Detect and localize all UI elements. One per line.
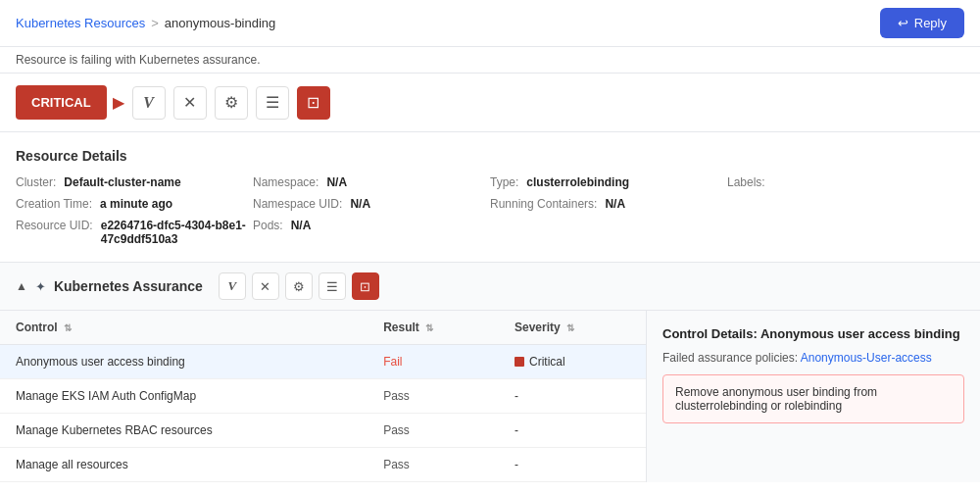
detail-col-4: Labels: bbox=[727, 175, 964, 246]
namespace-uid-row: Namespace UID: N/A bbox=[253, 197, 490, 211]
creation-value: a minute ago bbox=[100, 197, 172, 211]
running-row: Running Containers: N/A bbox=[490, 197, 727, 211]
result-cell: Pass bbox=[368, 448, 499, 482]
reply-label: Reply bbox=[914, 16, 947, 30]
assurance-icon-list-button[interactable]: ☰ bbox=[318, 272, 346, 300]
cluster-value: Default-cluster-name bbox=[64, 175, 180, 189]
table-row[interactable]: Anonymous user access bindingFailCritica… bbox=[0, 345, 646, 379]
icon-x-button[interactable]: ✕ bbox=[173, 86, 207, 120]
assurance-x-icon: ✕ bbox=[260, 279, 270, 294]
icon-list-button[interactable]: ☰ bbox=[256, 86, 289, 120]
severity-cell: - bbox=[499, 379, 646, 414]
resource-details-section: Resource Details Cluster: Default-cluste… bbox=[0, 132, 980, 263]
type-label: Type: bbox=[490, 175, 518, 189]
col-severity: Severity ⇅ bbox=[499, 311, 646, 345]
breadcrumb-current-page: anonymous-binding bbox=[165, 16, 275, 30]
result-cell: Pass bbox=[368, 379, 499, 414]
namespace-uid-label: Namespace UID: bbox=[253, 197, 342, 211]
result-cell: Fail bbox=[368, 345, 499, 379]
panel-box-text: Remove anonymous user binding from clust… bbox=[675, 385, 877, 413]
table-row[interactable]: Manage Kubernetes RBAC resourcesPass- bbox=[0, 414, 646, 448]
resource-details-title: Resource Details bbox=[16, 148, 964, 164]
assurance-v-icon: V bbox=[228, 278, 237, 294]
assurance-stop-icon: ⊡ bbox=[360, 279, 370, 294]
pods-label: Pods: bbox=[253, 219, 283, 232]
severity-label: Critical bbox=[529, 355, 565, 369]
control-cell: Manage EKS IAM Auth ConfigMap bbox=[0, 379, 368, 414]
type-value: clusterrolebinding bbox=[526, 175, 629, 189]
reply-button[interactable]: ↩ Reply bbox=[880, 8, 964, 38]
stop-icon: ⊡ bbox=[307, 93, 319, 112]
assurance-title: Kubernetes Assurance bbox=[54, 278, 203, 294]
assurance-header: ▲ ✦ Kubernetes Assurance V ✕ ⚙ ☰ ⊡ bbox=[0, 263, 980, 311]
breadcrumb-separator: > bbox=[151, 16, 159, 30]
col-severity-label: Severity bbox=[514, 321, 561, 334]
result-cell: Pass bbox=[368, 414, 499, 448]
critical-arrow-icon: ▶ bbox=[113, 93, 124, 112]
severity-cell: - bbox=[499, 414, 646, 448]
table-section: Control ⇅ Result ⇅ Severity ⇅ bbox=[0, 311, 980, 482]
col-control-sort-icon[interactable]: ⇅ bbox=[64, 322, 72, 333]
col-control-label: Control bbox=[16, 321, 58, 334]
uid-row: Resource UID: e2264716-dfc5-4304-b8e1-47… bbox=[16, 219, 253, 246]
details-grid: Cluster: Default-cluster-name Creation T… bbox=[16, 175, 964, 246]
control-cell: Manage Kubernetes RBAC resources bbox=[0, 414, 368, 448]
namespace-uid-value: N/A bbox=[350, 197, 370, 211]
table-row[interactable]: Manage all resourcesPass- bbox=[0, 448, 646, 482]
detail-col-2: Namespace: N/A Namespace UID: N/A Pods: … bbox=[253, 175, 490, 246]
severity-cell: Critical bbox=[499, 345, 646, 379]
col-result: Result ⇅ bbox=[368, 311, 499, 345]
reply-icon: ↩ bbox=[898, 16, 908, 30]
top-bar: Kubernetes Resources > anonymous-binding… bbox=[0, 0, 980, 47]
panel-remediation-box: Remove anonymous user binding from clust… bbox=[662, 374, 964, 423]
panel-title: Control Details: Anonymous user access b… bbox=[662, 326, 964, 341]
table-row[interactable]: Manage EKS IAM Auth ConfigMapPass- bbox=[0, 379, 646, 414]
panel-failed-text: Failed assurance policies: bbox=[662, 351, 798, 365]
namespace-value: N/A bbox=[326, 175, 347, 189]
table-header-row: Control ⇅ Result ⇅ Severity ⇅ bbox=[0, 311, 646, 345]
panel-failed-label: Failed assurance policies: Anonymous-Use… bbox=[662, 351, 964, 365]
critical-badge: CRITICAL bbox=[16, 85, 107, 120]
breadcrumb-kubernetes-resources[interactable]: Kubernetes Resources bbox=[16, 16, 145, 30]
uid-value: e2264716-dfc5-4304-b8e1-47c9ddf510a3 bbox=[101, 219, 253, 246]
controls-table-container: Control ⇅ Result ⇅ Severity ⇅ bbox=[0, 311, 647, 482]
col-severity-sort-icon[interactable]: ⇅ bbox=[566, 322, 574, 333]
v-icon: V bbox=[143, 94, 154, 112]
namespace-label: Namespace: bbox=[253, 175, 318, 189]
creation-label: Creation Time: bbox=[16, 197, 92, 211]
severity-bar: CRITICAL ▶ V ✕ ⚙ ☰ ⊡ bbox=[0, 74, 980, 132]
breadcrumb: Kubernetes Resources > anonymous-binding bbox=[16, 16, 275, 30]
type-row: Type: clusterrolebinding bbox=[490, 175, 727, 189]
assurance-icon-stop-button[interactable]: ⊡ bbox=[352, 272, 379, 300]
subtitle-text: Resource is failing with Kubernetes assu… bbox=[16, 53, 260, 67]
panel-policy-link[interactable]: Anonymous-User-access bbox=[801, 351, 932, 365]
creation-row: Creation Time: a minute ago bbox=[16, 197, 253, 211]
controls-table: Control ⇅ Result ⇅ Severity ⇅ bbox=[0, 311, 646, 482]
icon-v-button[interactable]: V bbox=[132, 86, 166, 120]
col-result-sort-icon[interactable]: ⇅ bbox=[425, 322, 433, 333]
assurance-icon-x-button[interactable]: ✕ bbox=[252, 272, 279, 300]
collapse-icon[interactable]: ▲ bbox=[16, 279, 27, 293]
pods-row: Pods: N/A bbox=[253, 219, 490, 232]
critical-label: CRITICAL bbox=[31, 95, 91, 110]
assurance-icon-v-button[interactable]: V bbox=[219, 272, 246, 300]
assurance-section: ▲ ✦ Kubernetes Assurance V ✕ ⚙ ☰ ⊡ bbox=[0, 263, 980, 482]
assurance-gear-icon: ⚙ bbox=[293, 279, 305, 294]
x-icon: ✕ bbox=[183, 93, 196, 112]
running-label: Running Containers: bbox=[490, 197, 597, 211]
subtitle-bar: Resource is failing with Kubernetes assu… bbox=[0, 47, 980, 74]
control-cell: Manage all resources bbox=[0, 448, 368, 482]
uid-label: Resource UID: bbox=[16, 219, 93, 232]
severity-cell: - bbox=[499, 448, 646, 482]
detail-col-3: Type: clusterrolebinding Running Contain… bbox=[490, 175, 727, 246]
icon-gear-button[interactable]: ⚙ bbox=[215, 86, 248, 120]
running-value: N/A bbox=[605, 197, 625, 211]
assurance-star-icon: ✦ bbox=[35, 279, 46, 294]
namespace-row: Namespace: N/A bbox=[253, 175, 490, 189]
gear-icon: ⚙ bbox=[224, 93, 238, 112]
col-result-label: Result bbox=[383, 321, 419, 334]
labels-label: Labels: bbox=[727, 175, 765, 189]
assurance-list-icon: ☰ bbox=[326, 279, 338, 294]
assurance-icon-gear-button[interactable]: ⚙ bbox=[285, 272, 313, 300]
icon-stop-button[interactable]: ⊡ bbox=[297, 86, 330, 120]
